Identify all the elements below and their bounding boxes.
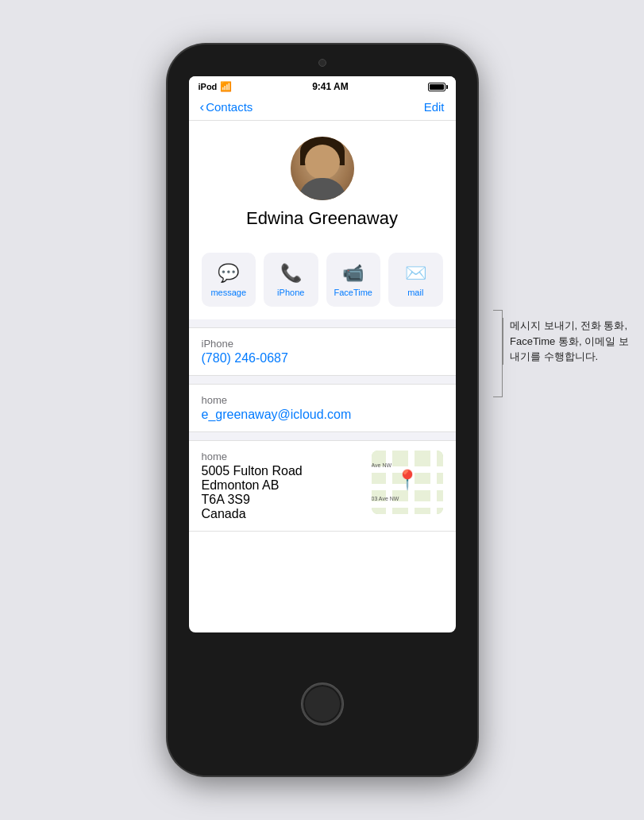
- facetime-label: FaceTime: [334, 288, 373, 297]
- phone-type-label: iPhone: [202, 338, 443, 350]
- email-section: home e_greenaway@icloud.com: [189, 384, 456, 432]
- address-type-label: home: [202, 451, 362, 462]
- facetime-button[interactable]: 📹 FaceTime: [326, 253, 381, 307]
- ipod-device: iPod 📶 9:41 AM ‹ Contacts Edit: [168, 44, 477, 776]
- map-road: [430, 451, 437, 514]
- back-button[interactable]: ‹ Contacts: [200, 100, 253, 114]
- address-line1: 5005 Fulton Road: [202, 464, 362, 478]
- address-line2: Edmonton AB: [202, 478, 362, 493]
- home-button-area: [302, 632, 343, 776]
- edit-button[interactable]: Edit: [424, 100, 445, 114]
- avatar-face: [305, 145, 340, 180]
- phone-label: iPhone: [277, 288, 304, 297]
- facetime-icon: 📹: [342, 263, 364, 284]
- nav-bar: ‹ Contacts Edit: [189, 95, 456, 121]
- contact-name: Edwina Greenaway: [246, 208, 398, 229]
- back-label: Contacts: [206, 100, 253, 114]
- map-background: Ave NW 03 Ave NW 📍: [372, 451, 443, 514]
- map-road: [386, 451, 392, 514]
- content-area: Edwina Greenaway 💬 message 📞 iPhone 📹 Fa…: [189, 121, 456, 532]
- message-icon: 💬: [218, 263, 239, 284]
- phone-number[interactable]: (780) 246-0687: [202, 351, 443, 366]
- status-right: [428, 83, 445, 91]
- email-type-label: home: [202, 394, 443, 406]
- profile-section: Edwina Greenaway: [189, 121, 456, 253]
- annotation-text: 메시지 보내기, 전화 통화, FaceTime 통화, 이메일 보내기를 수행…: [503, 318, 630, 365]
- chevron-left-icon: ‹: [200, 100, 205, 114]
- screen: iPod 📶 9:41 AM ‹ Contacts Edit: [189, 76, 456, 632]
- status-left: iPod 📶: [199, 81, 233, 92]
- annotation-bracket: [493, 310, 503, 397]
- email-address[interactable]: e_greenaway@icloud.com: [202, 408, 443, 422]
- phone-button[interactable]: 📞 iPhone: [264, 253, 318, 307]
- message-button[interactable]: 💬 message: [202, 253, 256, 307]
- phone-section: iPhone (780) 246-0687: [189, 327, 456, 376]
- battery-fill: [430, 84, 444, 90]
- battery-icon: [428, 83, 445, 91]
- status-bar: iPod 📶 9:41 AM: [189, 76, 456, 95]
- map-road-label: 03 Ave NW: [372, 496, 399, 501]
- mail-icon: ✉️: [405, 263, 426, 284]
- address-section: home 5005 Fulton Road Edmonton AB T6A 3S…: [189, 440, 456, 532]
- front-camera: [318, 59, 326, 67]
- mail-label: mail: [407, 288, 423, 297]
- message-label: message: [210, 288, 246, 297]
- address-line4: Canada: [202, 507, 362, 521]
- status-time: 9:41 AM: [312, 81, 349, 92]
- phone-icon: 📞: [280, 263, 302, 284]
- avatar-body: [299, 178, 346, 200]
- mail-button[interactable]: ✉️ mail: [388, 253, 443, 307]
- address-line3: T6A 3S9: [202, 493, 362, 507]
- home-button[interactable]: [302, 683, 343, 725]
- map-pin-icon: 📍: [395, 469, 419, 491]
- action-buttons-row: 💬 message 📞 iPhone 📹 FaceTime ✉️ mail: [189, 253, 456, 319]
- battery-tip: [446, 85, 448, 89]
- address-map[interactable]: Ave NW 03 Ave NW 📍: [372, 451, 443, 514]
- avatar: [291, 137, 354, 200]
- wifi-icon: 📶: [220, 81, 232, 92]
- avatar-image: [291, 137, 354, 200]
- carrier-label: iPod: [199, 82, 218, 91]
- map-road-label: Ave NW: [372, 462, 392, 468]
- address-text: home 5005 Fulton Road Edmonton AB T6A 3S…: [202, 451, 362, 521]
